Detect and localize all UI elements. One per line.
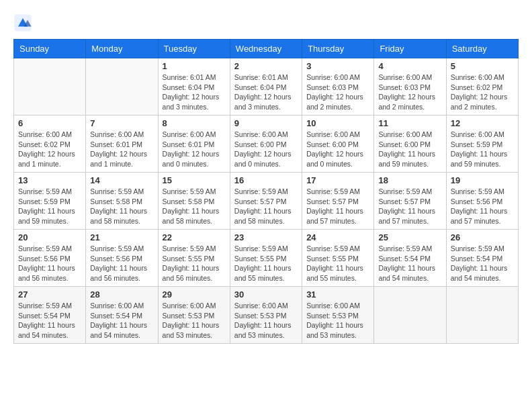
day-number: 23 bbox=[234, 232, 298, 242]
day-number: 13 bbox=[18, 175, 81, 185]
weekday-header-wednesday: Wednesday bbox=[230, 40, 302, 58]
day-info: Sunrise: 5:59 AM Sunset: 5:54 PM Dayligh… bbox=[18, 301, 81, 340]
header bbox=[13, 13, 519, 32]
calendar-cell: 23Sunrise: 5:59 AM Sunset: 5:55 PM Dayli… bbox=[230, 230, 302, 287]
day-info: Sunrise: 5:59 AM Sunset: 5:59 PM Dayligh… bbox=[18, 187, 81, 226]
day-info: Sunrise: 6:00 AM Sunset: 6:01 PM Dayligh… bbox=[90, 130, 153, 169]
calendar-cell: 24Sunrise: 5:59 AM Sunset: 5:55 PM Dayli… bbox=[302, 230, 374, 287]
calendar: SundayMondayTuesdayWednesdayThursdayFrid… bbox=[13, 39, 519, 344]
day-number: 12 bbox=[451, 118, 514, 128]
calendar-cell: 6Sunrise: 6:00 AM Sunset: 6:02 PM Daylig… bbox=[14, 116, 86, 173]
day-number: 26 bbox=[451, 232, 514, 242]
week-row-5: 27Sunrise: 5:59 AM Sunset: 5:54 PM Dayli… bbox=[14, 287, 519, 344]
day-number: 1 bbox=[163, 61, 226, 71]
day-info: Sunrise: 6:00 AM Sunset: 6:00 PM Dayligh… bbox=[234, 130, 298, 169]
day-info: Sunrise: 6:00 AM Sunset: 6:02 PM Dayligh… bbox=[451, 73, 514, 112]
day-number: 20 bbox=[18, 232, 81, 242]
day-info: Sunrise: 5:59 AM Sunset: 5:58 PM Dayligh… bbox=[90, 187, 153, 226]
calendar-cell: 26Sunrise: 5:59 AM Sunset: 5:54 PM Dayli… bbox=[446, 230, 518, 287]
day-number: 21 bbox=[90, 232, 153, 242]
day-info: Sunrise: 5:59 AM Sunset: 5:55 PM Dayligh… bbox=[234, 244, 298, 283]
day-info: Sunrise: 6:00 AM Sunset: 6:00 PM Dayligh… bbox=[378, 130, 441, 169]
day-number: 24 bbox=[306, 232, 369, 242]
week-row-2: 6Sunrise: 6:00 AM Sunset: 6:02 PM Daylig… bbox=[14, 116, 519, 173]
week-row-3: 13Sunrise: 5:59 AM Sunset: 5:59 PM Dayli… bbox=[14, 173, 519, 230]
day-number: 3 bbox=[306, 61, 369, 71]
day-info: Sunrise: 5:59 AM Sunset: 5:55 PM Dayligh… bbox=[306, 244, 369, 283]
logo-icon bbox=[13, 13, 32, 32]
week-row-1: 1Sunrise: 6:01 AM Sunset: 6:04 PM Daylig… bbox=[14, 58, 519, 116]
calendar-cell: 22Sunrise: 5:59 AM Sunset: 5:55 PM Dayli… bbox=[158, 230, 230, 287]
day-number: 7 bbox=[90, 118, 153, 128]
day-info: Sunrise: 5:59 AM Sunset: 5:54 PM Dayligh… bbox=[378, 244, 441, 283]
day-number: 4 bbox=[378, 61, 441, 71]
calendar-cell: 21Sunrise: 5:59 AM Sunset: 5:56 PM Dayli… bbox=[86, 230, 158, 287]
day-info: Sunrise: 5:59 AM Sunset: 5:57 PM Dayligh… bbox=[378, 187, 441, 226]
calendar-cell: 30Sunrise: 6:00 AM Sunset: 5:53 PM Dayli… bbox=[230, 287, 302, 344]
calendar-cell: 11Sunrise: 6:00 AM Sunset: 6:00 PM Dayli… bbox=[374, 116, 446, 173]
weekday-header-tuesday: Tuesday bbox=[158, 40, 230, 58]
calendar-cell: 19Sunrise: 5:59 AM Sunset: 5:56 PM Dayli… bbox=[446, 173, 518, 230]
day-info: Sunrise: 5:59 AM Sunset: 5:57 PM Dayligh… bbox=[234, 187, 298, 226]
day-number: 22 bbox=[163, 232, 226, 242]
calendar-cell: 16Sunrise: 5:59 AM Sunset: 5:57 PM Dayli… bbox=[230, 173, 302, 230]
day-number: 30 bbox=[234, 289, 298, 300]
day-number: 31 bbox=[306, 289, 369, 300]
calendar-cell: 14Sunrise: 5:59 AM Sunset: 5:58 PM Dayli… bbox=[86, 173, 158, 230]
calendar-cell: 5Sunrise: 6:00 AM Sunset: 6:02 PM Daylig… bbox=[446, 58, 518, 116]
day-number: 29 bbox=[163, 289, 226, 300]
day-info: Sunrise: 6:00 AM Sunset: 5:54 PM Dayligh… bbox=[90, 301, 153, 340]
day-info: Sunrise: 6:01 AM Sunset: 6:04 PM Dayligh… bbox=[163, 73, 226, 112]
calendar-cell: 15Sunrise: 5:59 AM Sunset: 5:58 PM Dayli… bbox=[158, 173, 230, 230]
calendar-cell: 27Sunrise: 5:59 AM Sunset: 5:54 PM Dayli… bbox=[14, 287, 86, 344]
weekday-header-row: SundayMondayTuesdayWednesdayThursdayFrid… bbox=[14, 40, 519, 58]
day-number: 18 bbox=[378, 175, 441, 185]
day-number: 25 bbox=[378, 232, 441, 242]
day-number: 16 bbox=[234, 175, 298, 185]
calendar-cell: 4Sunrise: 6:00 AM Sunset: 6:03 PM Daylig… bbox=[374, 58, 446, 116]
day-number: 14 bbox=[90, 175, 153, 185]
week-row-4: 20Sunrise: 5:59 AM Sunset: 5:56 PM Dayli… bbox=[14, 230, 519, 287]
calendar-cell bbox=[374, 287, 446, 344]
day-info: Sunrise: 6:00 AM Sunset: 6:00 PM Dayligh… bbox=[306, 130, 369, 169]
day-info: Sunrise: 5:59 AM Sunset: 5:56 PM Dayligh… bbox=[18, 244, 81, 283]
calendar-cell: 13Sunrise: 5:59 AM Sunset: 5:59 PM Dayli… bbox=[14, 173, 86, 230]
calendar-cell: 10Sunrise: 6:00 AM Sunset: 6:00 PM Dayli… bbox=[302, 116, 374, 173]
weekday-header-thursday: Thursday bbox=[302, 40, 374, 58]
day-number: 15 bbox=[163, 175, 226, 185]
calendar-cell bbox=[86, 58, 158, 116]
day-info: Sunrise: 5:59 AM Sunset: 5:56 PM Dayligh… bbox=[90, 244, 153, 283]
calendar-cell: 28Sunrise: 6:00 AM Sunset: 5:54 PM Dayli… bbox=[86, 287, 158, 344]
day-number: 8 bbox=[163, 118, 226, 128]
day-info: Sunrise: 5:59 AM Sunset: 5:54 PM Dayligh… bbox=[451, 244, 514, 283]
calendar-cell: 31Sunrise: 6:00 AM Sunset: 5:53 PM Dayli… bbox=[302, 287, 374, 344]
weekday-header-saturday: Saturday bbox=[446, 40, 518, 58]
calendar-cell: 17Sunrise: 5:59 AM Sunset: 5:57 PM Dayli… bbox=[302, 173, 374, 230]
day-info: Sunrise: 6:00 AM Sunset: 5:53 PM Dayligh… bbox=[306, 301, 369, 340]
calendar-cell: 7Sunrise: 6:00 AM Sunset: 6:01 PM Daylig… bbox=[86, 116, 158, 173]
day-number: 11 bbox=[378, 118, 441, 128]
day-info: Sunrise: 6:00 AM Sunset: 6:02 PM Dayligh… bbox=[18, 130, 81, 169]
calendar-cell: 8Sunrise: 6:00 AM Sunset: 6:01 PM Daylig… bbox=[158, 116, 230, 173]
logo bbox=[13, 13, 35, 32]
weekday-header-friday: Friday bbox=[374, 40, 446, 58]
day-number: 2 bbox=[234, 61, 298, 71]
day-info: Sunrise: 6:00 AM Sunset: 6:01 PM Dayligh… bbox=[163, 130, 226, 169]
weekday-header-monday: Monday bbox=[86, 40, 158, 58]
day-number: 6 bbox=[18, 118, 81, 128]
day-info: Sunrise: 6:00 AM Sunset: 6:03 PM Dayligh… bbox=[378, 73, 441, 112]
calendar-cell bbox=[446, 287, 518, 344]
day-info: Sunrise: 6:00 AM Sunset: 6:03 PM Dayligh… bbox=[306, 73, 369, 112]
day-number: 17 bbox=[306, 175, 369, 185]
day-info: Sunrise: 5:59 AM Sunset: 5:56 PM Dayligh… bbox=[451, 187, 514, 226]
calendar-cell: 2Sunrise: 6:01 AM Sunset: 6:04 PM Daylig… bbox=[230, 58, 302, 116]
calendar-cell: 25Sunrise: 5:59 AM Sunset: 5:54 PM Dayli… bbox=[374, 230, 446, 287]
day-info: Sunrise: 6:00 AM Sunset: 5:59 PM Dayligh… bbox=[451, 130, 514, 169]
day-number: 27 bbox=[18, 289, 81, 300]
calendar-cell: 9Sunrise: 6:00 AM Sunset: 6:00 PM Daylig… bbox=[230, 116, 302, 173]
calendar-cell: 29Sunrise: 6:00 AM Sunset: 5:53 PM Dayli… bbox=[158, 287, 230, 344]
calendar-cell: 12Sunrise: 6:00 AM Sunset: 5:59 PM Dayli… bbox=[446, 116, 518, 173]
calendar-cell: 18Sunrise: 5:59 AM Sunset: 5:57 PM Dayli… bbox=[374, 173, 446, 230]
day-number: 28 bbox=[90, 289, 153, 300]
calendar-cell: 3Sunrise: 6:00 AM Sunset: 6:03 PM Daylig… bbox=[302, 58, 374, 116]
